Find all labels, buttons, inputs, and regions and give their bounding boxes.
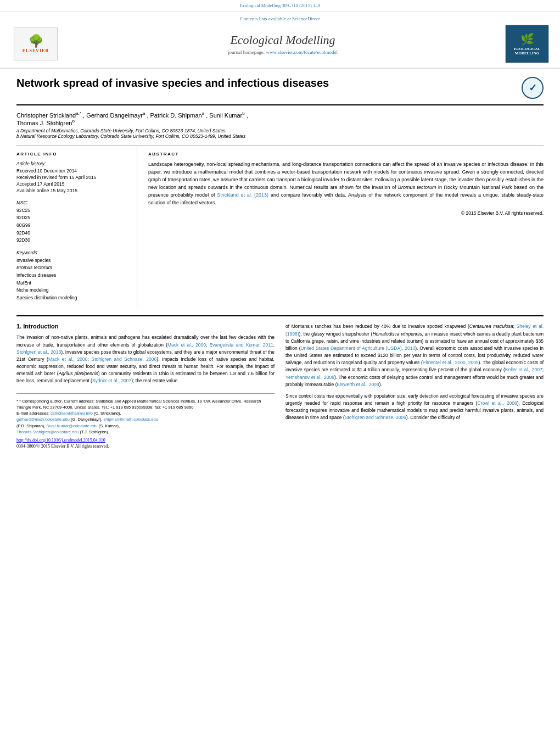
elsevier-tree-icon: 🌳 [29, 35, 43, 47]
homalodisca-name: Homalodisca vitripennis [372, 331, 422, 337]
email-5[interactable]: Thomas.Stohlgren@colostate.edu [16, 429, 79, 434]
affiliations: a Department of Mathematics, Colorado St… [16, 128, 544, 139]
article-body: Network spread of invasive species and i… [0, 69, 560, 457]
stohlgren3-cite[interactable]: Stohlgren and Schnase, 2006 [345, 415, 406, 420]
history-title: Article history: [16, 161, 128, 166]
copyright-line: © 2015 Elsevier B.V. All rights reserved… [148, 210, 544, 216]
eco-logo-line1: ECOLOGICAL [514, 47, 540, 51]
msc-code-2: 92D25 [16, 214, 128, 222]
keywords-block: Keywords: Invasive species Bromus tector… [16, 250, 128, 302]
section-title: Introduction [23, 323, 58, 330]
journal-header: Contents lists available at ScienceDirec… [0, 12, 560, 69]
email-5-name: (T.J. Stohlgren). [80, 429, 109, 434]
sydnor-cite[interactable]: Sydnor et al., 2007 [92, 378, 131, 383]
authors-section: Christopher Stricklanda,* , Gerhard Dang… [16, 111, 544, 139]
keyword-5: Niche modeling [16, 287, 128, 294]
centaurea-name: Centaurea maculosa [469, 323, 513, 329]
history-block: Article history: Received 10 December 20… [16, 161, 128, 194]
msc-code-5: 92D30 [16, 237, 128, 244]
mack2-cite[interactable]: Mack et al., 2000 [48, 356, 88, 362]
email-3-person: (P.D. Shipman), [16, 423, 46, 428]
eiswerth-cite[interactable]: Eiswerth et al., 2008 [337, 382, 379, 387]
keyword-4: MatEnt [16, 280, 128, 287]
email-2-name: (G. Dangelmayr), [71, 417, 104, 422]
footnote-note: * Corresponding author. Current address:… [16, 399, 261, 410]
keller-cite[interactable]: Keller et al., 2007 [505, 367, 542, 372]
main-content: 1. Introduction The invasion of non-nati… [16, 315, 544, 449]
abstract-label: ABSTRACT [148, 152, 544, 157]
evangelista-cite[interactable]: Evangelista and Kumar, 2011 [209, 342, 273, 348]
pimentel-cite[interactable]: Pimentel et al., 2000, 2005 [423, 360, 479, 365]
email-4[interactable]: Sunil.Kumar@colostate.edu [46, 423, 97, 428]
footnote-emails: E-mail addresses: cstrickland@samsi.info… [16, 410, 275, 435]
keywords-label: Keywords: [16, 250, 128, 255]
elsevier-img: 🌳 ELSEVIER [14, 27, 58, 60]
email-1-name: (C. Strickland), [94, 411, 121, 416]
author-4: , Sunil Kumar [206, 112, 242, 119]
author-3-sup: a [202, 111, 204, 116]
author-5: , [247, 112, 248, 119]
journal-doi-top: Ecological Modelling 309–310 (2015) 1–9 [240, 3, 320, 8]
issn-line: 0304-3800/© 2015 Elsevier B.V. All right… [16, 444, 275, 449]
email-1[interactable]: cstrickland@samsi.info [51, 411, 93, 416]
msc-block: MSC: 92C25 92D25 60G99 92D40 92D30 [16, 200, 128, 244]
email-label: E-mail addresses: [16, 411, 49, 416]
journal-main-title: Ecological Modelling [60, 33, 505, 47]
received-date: Received 10 December 2014 [16, 168, 128, 175]
usda-cite[interactable]: United States Department of Agriculture … [301, 345, 416, 351]
footnote-corresponding: * * Corresponding author. Current addres… [16, 398, 275, 411]
contents-bar: Contents lists available at ScienceDirec… [11, 16, 549, 21]
contents-text: Contents lists available at [240, 16, 291, 21]
email-2[interactable]: gerhard@math.colostate.edu [16, 417, 70, 422]
strickland-cite[interactable]: Strickland et al. (2013) [217, 192, 268, 198]
stohlgren-cite[interactable]: Stohlgren et al., 2013 [16, 349, 61, 355]
keyword-1: Invasive species [16, 257, 128, 265]
author-3: , Patrick D. Shipman [147, 112, 201, 119]
eco-logo-icon: 🌿 [520, 32, 534, 46]
homepage-link[interactable]: www.elsevier.com/locate/ecolmodel [266, 49, 338, 55]
homepage-label: journal homepage: [228, 49, 265, 55]
stohlgren2-cite[interactable]: Stohlgren and Schnase, 2006 [91, 356, 156, 362]
authors-line: Christopher Stricklanda,* , Gerhard Dang… [16, 111, 544, 126]
intro-right: of Montana's ranches has been reduced by… [285, 323, 544, 449]
header-content: 🌳 ELSEVIER Ecological Modelling journal … [11, 25, 549, 63]
elsevier-text: ELSEVIER [23, 48, 49, 53]
article-info-col: ARTICLE INFO Article history: Received 1… [16, 146, 137, 307]
abstract-col: ABSTRACT Landscape heterogeneity, non-lo… [148, 146, 544, 307]
eco-logo-right: 🌿 ECOLOGICAL MODELLING [505, 25, 549, 63]
sciencedirect-link[interactable]: ScienceDirect [292, 16, 320, 21]
intro-para3: Since control costs rise exponentially w… [285, 393, 544, 422]
footnote-area: * * Corresponding author. Current addres… [16, 393, 275, 449]
msc-code-3: 60G99 [16, 222, 128, 230]
page-container: Ecological Modelling 309–310 (2015) 1–9 … [0, 0, 560, 457]
author-6: Thomas J. Stohlgren [16, 119, 72, 126]
author-2-sup: a [143, 111, 145, 116]
eco-logo-line2: MODELLING [515, 51, 539, 55]
msc-code-1: 92C25 [16, 207, 128, 215]
available-date: Available online 15 May 2015 [16, 188, 128, 194]
keyword-3: Infectious diseases [16, 272, 128, 280]
keyword-6: Species distribution modeling [16, 294, 128, 302]
yemshanov-cite[interactable]: Yemshanov et al., 2009 [285, 375, 334, 380]
email-3[interactable]: shipman@math.colostate.edu [104, 417, 158, 422]
author-2: , Gerhard Dangelmayr [83, 112, 143, 119]
elsevier-logo: 🌳 ELSEVIER [11, 27, 60, 60]
keywords-list: Invasive species Bromus tectorum Infecti… [16, 257, 128, 302]
author-1: Christopher Strickland [16, 112, 76, 119]
article-info-label: ARTICLE INFO [16, 152, 128, 157]
crowl-cite[interactable]: Crowl et al., 2008 [477, 400, 517, 406]
mack-cite[interactable]: Mack et al., 2000 [167, 342, 206, 348]
agrilus-name: Agrilus planipennis [59, 371, 98, 376]
section-number: 1. [16, 323, 21, 330]
doi-footer: http://dx.doi.org/10.1016/j.ecolmodel.20… [16, 438, 275, 443]
article-title-section: Network spread of invasive species and i… [16, 77, 544, 105]
doi-link[interactable]: http://dx.doi.org/10.1016/j.ecolmodel.20… [16, 438, 105, 443]
affiliation-a: a Department of Mathematics, Colorado St… [16, 128, 544, 133]
crossmark-logo: ✓ [522, 77, 544, 99]
page-header-doi: Ecological Modelling 309–310 (2015) 1–9 [0, 0, 560, 12]
journal-homepage: journal homepage: www.elsevier.com/locat… [60, 49, 505, 55]
intro-left: 1. Introduction The invasion of non-nati… [16, 323, 275, 449]
accepted-date: Accepted 17 April 2015 [16, 181, 128, 188]
msc-code-4: 92D40 [16, 230, 128, 237]
intro-para1: The invasion of non-native plants, anima… [16, 334, 275, 384]
